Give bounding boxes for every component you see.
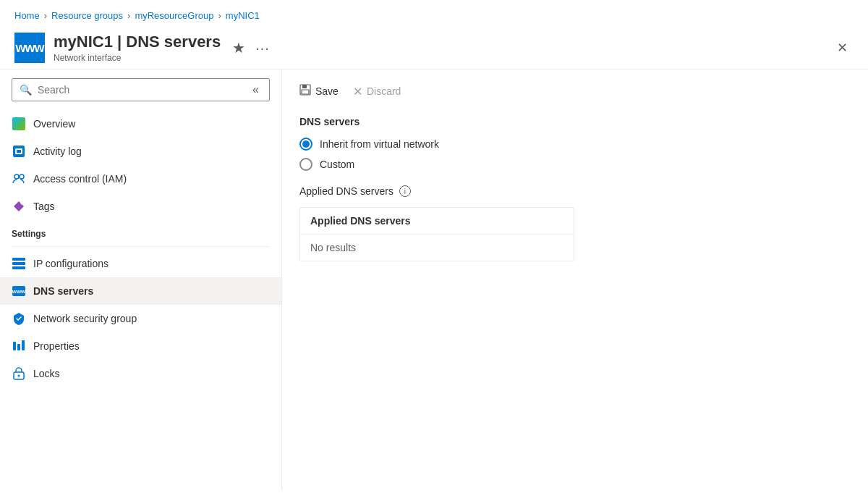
sidebar-item-properties[interactable]: Properties [0,332,281,360]
save-button[interactable]: Save [299,81,339,101]
applied-dns-section: Applied DNS servers i Applied DNS server… [299,185,851,261]
breadcrumb-nic[interactable]: myNIC1 [226,10,260,21]
applied-dns-table: Applied DNS servers No results [299,207,574,261]
breadcrumb-resource-group[interactable]: myResourceGroup [135,10,213,21]
more-options-icon[interactable]: ··· [255,40,270,56]
resource-icon: www [14,33,45,63]
search-input[interactable] [38,84,244,96]
sidebar-item-label: Access control (IAM) [33,173,127,185]
save-icon [299,84,311,98]
radio-custom-circle[interactable] [299,158,312,171]
radio-inherit-circle[interactable] [299,138,312,151]
sidebar-item-label: Locks [33,368,60,379]
sidebar-item-label: Activity log [33,146,82,157]
dns-servers-icon: www [12,284,26,298]
header-title-group: myNIC1 | DNS servers Network interface [54,33,221,63]
dns-radio-group: Inherit from virtual network Custom [299,138,851,171]
close-button[interactable]: ✕ [831,37,854,59]
sidebar-item-label: DNS servers [33,285,93,297]
access-control-icon [12,172,26,186]
sidebar-item-locks[interactable]: Locks [0,360,281,387]
sidebar-item-tags[interactable]: Tags [0,193,281,220]
svg-rect-4 [17,344,20,350]
svg-rect-10 [302,90,309,94]
discard-icon: ✕ [353,85,362,98]
main-layout: 🔍 « Overview Activity log [0,70,868,491]
page-subtitle: Network interface [54,53,221,63]
header-actions: ★ ··· [232,39,270,56]
breadcrumb: Home › Resource groups › myResourceGroup… [0,0,868,27]
sidebar-item-label: IP configurations [33,258,109,269]
sidebar-item-label: Tags [33,201,55,212]
page-header: www myNIC1 | DNS servers Network interfa… [0,27,868,70]
collapse-sidebar-button[interactable]: « [250,83,262,96]
radio-inherit-label: Inherit from virtual network [320,138,439,150]
toolbar: Save ✕ Discard [299,81,851,101]
info-icon[interactable]: i [399,185,411,197]
nsg-icon [12,311,26,326]
sidebar-item-ip-configurations[interactable]: IP configurations [0,250,281,277]
sidebar: 🔍 « Overview Activity log [0,70,282,491]
sidebar-item-label: Network security group [33,313,137,324]
locks-icon [12,366,26,381]
svg-point-7 [18,375,20,377]
sidebar-item-label: Properties [33,340,80,352]
page-title: myNIC1 | DNS servers [54,33,221,51]
tags-icon [12,199,26,214]
svg-point-2 [21,203,23,205]
breadcrumb-home[interactable]: Home [14,10,40,21]
content-area: Save ✕ Discard DNS servers Inherit from … [282,70,868,491]
discard-button[interactable]: ✕ Discard [353,82,401,101]
sidebar-item-access-control[interactable]: Access control (IAM) [0,165,281,193]
sidebar-search-area: 🔍 « [0,70,281,110]
svg-point-1 [20,174,24,179]
svg-point-0 [14,174,19,179]
settings-divider [12,246,270,247]
overview-icon [12,117,26,131]
svg-rect-9 [302,85,307,88]
activity-log-icon [12,144,26,159]
dns-section-title: DNS servers [299,116,851,127]
sidebar-item-overview[interactable]: Overview [0,110,281,138]
radio-inherit[interactable]: Inherit from virtual network [299,138,851,151]
search-box: 🔍 « [12,78,270,101]
search-icon: 🔍 [20,84,32,96]
settings-section-label: Settings [0,220,281,243]
applied-dns-label: Applied DNS servers i [299,185,851,197]
save-label: Save [315,85,339,97]
sidebar-item-activity-log[interactable]: Activity log [0,138,281,165]
table-header: Applied DNS servers [300,208,574,235]
ip-config-icon [12,256,26,271]
svg-rect-5 [22,340,25,350]
sidebar-item-label: Overview [33,118,75,130]
properties-icon [12,339,26,353]
sidebar-item-network-security-group[interactable]: Network security group [0,305,281,332]
breadcrumb-resource-groups[interactable]: Resource groups [51,10,123,21]
svg-rect-3 [13,342,16,350]
sidebar-nav: Overview Activity log [0,110,281,393]
discard-label: Discard [367,85,401,97]
sidebar-item-dns-servers[interactable]: www DNS servers [0,277,281,305]
favorite-icon[interactable]: ★ [232,39,245,56]
radio-custom[interactable]: Custom [299,158,851,171]
table-no-results: No results [300,235,574,261]
radio-custom-label: Custom [320,159,354,170]
